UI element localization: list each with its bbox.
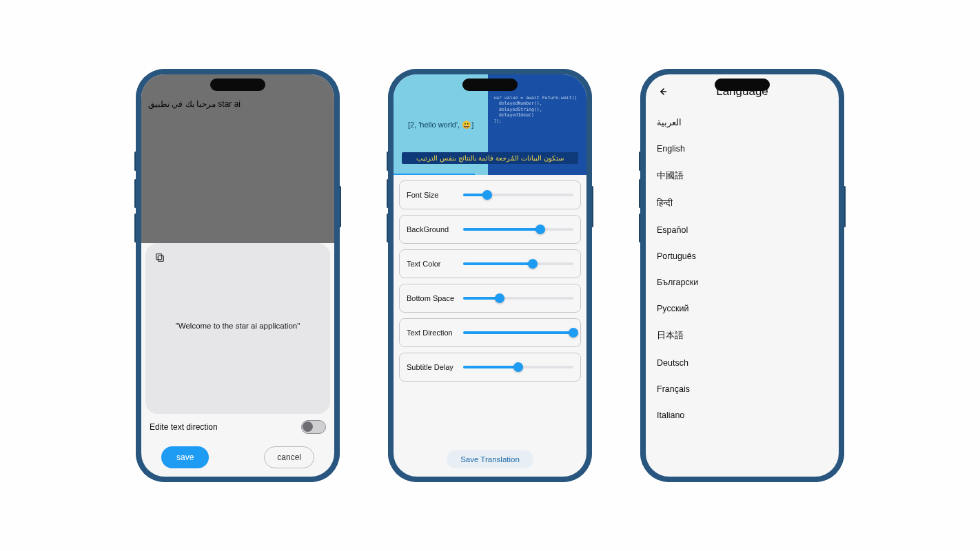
source-text: مرحبا بك في تطبيق star ai — [148, 99, 327, 109]
dynamic-island — [715, 79, 770, 91]
slider[interactable] — [463, 194, 573, 196]
slider-thumb[interactable] — [535, 225, 545, 234]
slider[interactable] — [463, 262, 573, 265]
slider-label: Subtitle Delay — [407, 363, 459, 371]
slider-fill — [463, 366, 518, 368]
language-item[interactable]: 日本語 — [657, 322, 828, 350]
language-item[interactable]: English — [657, 136, 828, 162]
slider-fill — [463, 331, 573, 334]
phone-screen: Language العربيةEnglish中國語हिन्दीEspañolP… — [646, 74, 839, 477]
showcase-stage: مرحبا بك في تطبيق star ai "Welcome to th… — [0, 0, 980, 551]
phone-screen: [2, 'hello world', 😃] var value = await … — [394, 74, 586, 477]
toggle-knob — [303, 422, 313, 432]
slider-label: Text Direction — [407, 329, 459, 337]
save-translation-row: Save Translation — [394, 450, 586, 468]
slider-label: BackGround — [407, 225, 459, 233]
edit-direction-label: Edite text direction — [150, 422, 218, 432]
language-item[interactable]: 中國語 — [657, 162, 828, 190]
language-item[interactable]: Português — [657, 243, 828, 269]
language-item[interactable]: Русский — [657, 295, 828, 322]
text-direction-row: Edite text direction — [147, 420, 329, 434]
slider-label: Text Color — [407, 260, 459, 268]
language-item[interactable]: हिन्दी — [657, 190, 828, 217]
language-item[interactable]: Deutsch — [657, 350, 828, 376]
slider-thumb[interactable] — [482, 190, 492, 200]
video-left-text: [2, 'hello world', 😃] — [408, 121, 473, 129]
slider-thumb[interactable] — [569, 328, 578, 337]
slider-row: Font Size — [399, 180, 581, 209]
phone-subtitle-settings: [2, 'hello world', 😃] var value = await … — [388, 69, 592, 482]
action-buttons: save cancel — [141, 446, 334, 468]
slider-fill — [463, 262, 533, 265]
slider[interactable] — [463, 331, 573, 334]
direction-toggle[interactable] — [301, 420, 326, 434]
phone-language-picker: Language العربيةEnglish中國語हिन्दीEspañolP… — [640, 69, 844, 482]
language-item[interactable]: Italiano — [657, 402, 828, 428]
slider-label: Bottom Space — [407, 294, 459, 302]
dynamic-island — [462, 79, 518, 91]
language-item[interactable]: العربية — [657, 109, 828, 136]
slider[interactable] — [463, 228, 573, 231]
slider-row: Text Color — [399, 249, 581, 278]
slider[interactable] — [463, 297, 573, 300]
slider[interactable] — [463, 366, 573, 368]
slider-thumb[interactable] — [513, 362, 523, 372]
slider-row: BackGround — [399, 215, 581, 244]
back-arrow-icon[interactable] — [655, 85, 669, 98]
language-item[interactable]: Français — [657, 376, 828, 402]
video-progress[interactable] — [394, 174, 475, 175]
svg-rect-0 — [158, 256, 163, 261]
language-list: العربيةEnglish中國語हिन्दीEspañolPortuguêsБ… — [646, 107, 839, 430]
slider-row: Subtitle Delay — [399, 353, 581, 382]
slider-row: Bottom Space — [399, 284, 581, 313]
slider-label: Font Size — [407, 191, 459, 199]
slider-fill — [463, 228, 540, 231]
subtitle-sliders: Font SizeBackGroundText ColorBottom Spac… — [394, 175, 586, 382]
language-item[interactable]: Español — [657, 217, 828, 243]
slider-thumb[interactable] — [528, 259, 538, 269]
language-item[interactable]: Български — [657, 269, 828, 295]
subtitle-overlay: ستكون البيانات المُرجعة قائمة بالنتائج ب… — [402, 152, 578, 164]
phone-translate-edit: مرحبا بك في تطبيق star ai "Welcome to th… — [136, 69, 340, 482]
copy-icon[interactable] — [152, 250, 167, 265]
source-text-panel: مرحبا بك في تطبيق star ai — [141, 74, 334, 243]
save-button[interactable]: save — [161, 446, 209, 468]
slider-row: Text Direction — [399, 318, 581, 347]
slider-thumb[interactable] — [495, 293, 504, 303]
translation-sheet: "Welcome to the star ai application" — [145, 243, 330, 414]
save-translation-button[interactable]: Save Translation — [447, 450, 533, 468]
dynamic-island — [210, 79, 265, 91]
translated-text: "Welcome to the star ai application" — [152, 322, 323, 330]
svg-rect-1 — [156, 254, 162, 260]
phone-screen: مرحبا بك في تطبيق star ai "Welcome to th… — [141, 74, 334, 477]
cancel-button[interactable]: cancel — [264, 446, 314, 468]
